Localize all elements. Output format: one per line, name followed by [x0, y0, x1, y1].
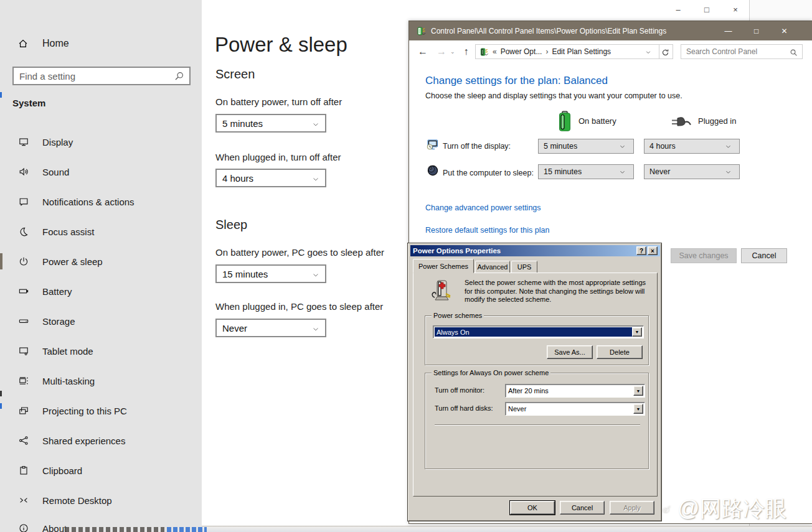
sleep-on-battery-dropdown-cp[interactable]: 15 minutes [538, 164, 634, 179]
dialog-cancel-button[interactable]: Cancel [560, 501, 605, 515]
chevron-down-icon [312, 119, 319, 127]
screen-edge-artifact [0, 92, 2, 98]
cancel-button[interactable]: Cancel [741, 248, 787, 263]
sidebar-item-home[interactable]: Home [0, 32, 202, 55]
screen-plugged-in-dropdown[interactable]: 4 hours [215, 169, 326, 187]
sidebar-item-tablet-mode[interactable]: Tablet mode [0, 342, 202, 360]
sidebar-item-notifications[interactable]: Notifications & actions [0, 192, 202, 211]
ok-button[interactable]: OK [510, 501, 555, 515]
restore-default-settings-link[interactable]: Restore default settings for this plan [425, 226, 549, 235]
power-scheme-combobox[interactable]: Always On ▼ [433, 325, 644, 338]
back-button[interactable]: ← [418, 46, 428, 57]
notifications-icon [19, 197, 29, 207]
taskbar-edge [202, 526, 812, 532]
chevron-down-icon [312, 270, 319, 278]
power-schemes-legend: Power schemes [432, 312, 484, 319]
find-a-setting-input[interactable]: Find a setting [12, 67, 191, 85]
dialog-help-button[interactable]: ? [636, 246, 646, 255]
settings-minimize-button[interactable]: – [664, 0, 692, 19]
screen-edge-artifact [0, 403, 2, 409]
sidebar-item-display[interactable]: Display [0, 133, 202, 151]
home-icon [18, 39, 28, 49]
power-options-app-icon [416, 26, 426, 36]
tab-ups[interactable]: UPS [511, 261, 537, 273]
settings-maximize-button[interactable]: □ [692, 0, 721, 19]
clipboard-icon [19, 465, 29, 475]
sleep-plugged-in-dropdown-cp[interactable]: Never [644, 164, 740, 179]
tab-power-schemes[interactable]: Power Schemes [413, 259, 474, 273]
dialog-description: Select the power scheme with the most ap… [465, 279, 646, 304]
breadcrumb-overflow[interactable]: « [493, 47, 497, 56]
chevron-down-icon [312, 324, 319, 332]
sleep-plugged-in-dropdown[interactable]: Never [215, 319, 326, 337]
dialog-titlebar[interactable]: Power Options Properties [410, 245, 660, 256]
refresh-button[interactable] [659, 44, 673, 59]
sidebar-section-system: System [12, 98, 45, 108]
power-options-address-icon [479, 47, 489, 57]
cp-minimize-button[interactable]: — [714, 21, 742, 40]
row-label-turn-off-display: Turn off the display: [443, 142, 511, 151]
turn-off-monitor-combobox[interactable]: After 20 mins ▼ [505, 384, 645, 398]
dialog-close-button[interactable]: × [648, 246, 658, 255]
breadcrumb-edit-plan-settings[interactable]: Edit Plan Settings [552, 47, 611, 56]
sidebar-item-remote-desktop[interactable]: Remote Desktop [0, 491, 202, 510]
desktop: Settings – □ × Home Find a setting Syste… [0, 0, 812, 532]
sound-icon [19, 167, 29, 177]
row-label-computer-sleep: Put the computer to sleep: [443, 169, 534, 177]
sidebar-item-projecting[interactable]: Projecting to this PC [0, 401, 202, 420]
address-bar[interactable]: « Power Opt... › Edit Plan Settings [475, 44, 659, 59]
battery-icon [19, 286, 29, 296]
sidebar-item-shared-experiences[interactable]: Shared experiences [0, 431, 202, 450]
settings-caption-buttons: – □ × [664, 0, 750, 19]
sidebar-item-battery[interactable]: Battery [0, 282, 202, 301]
group-separator [435, 424, 640, 425]
power-classic-icon [430, 278, 452, 303]
delete-button[interactable]: Delete [597, 345, 643, 359]
sleep-on-battery-dropdown[interactable]: 15 minutes [215, 264, 326, 283]
combo-dropdown-arrow-icon[interactable]: ▼ [632, 327, 642, 337]
power-sleep-icon [19, 256, 29, 266]
search-icon[interactable] [174, 71, 184, 81]
settings-sidebar: Home Find a setting System Display Sound… [0, 0, 202, 532]
cp-window-title: Control Panel\All Control Panel Items\Po… [431, 27, 666, 35]
section-heading-sleep: Sleep [215, 218, 247, 232]
plug-icon [671, 114, 692, 129]
shared-experiences-icon [19, 436, 29, 446]
search-icon [790, 48, 798, 56]
settings-close-button[interactable]: × [721, 0, 750, 19]
turn-off-hard-disks-combobox[interactable]: Never ▼ [505, 402, 645, 416]
nav-history-chevron-icon[interactable]: ⌄ [450, 49, 455, 55]
sidebar-item-sound[interactable]: Sound [0, 162, 202, 181]
cp-maximize-button[interactable]: □ [742, 21, 770, 40]
tab-advanced[interactable]: Advanced [475, 261, 510, 273]
sidebar-item-storage[interactable]: Storage [0, 312, 202, 330]
change-advanced-power-settings-link[interactable]: Change advanced power settings [425, 203, 541, 212]
address-dropdown-chevron-icon[interactable] [645, 49, 655, 55]
combo-dropdown-arrow-icon[interactable]: ▼ [633, 386, 643, 396]
page-title: Power & sleep [215, 33, 347, 57]
column-header-plugged-in: Plugged in [698, 116, 736, 126]
sidebar-item-power-sleep[interactable]: Power & sleep [0, 252, 202, 271]
sidebar-item-focus-assist[interactable]: Focus assist [0, 222, 202, 241]
field-label: On battery power, turn off after [215, 96, 342, 107]
green-battery-icon [558, 111, 572, 132]
remote-desktop-icon [19, 495, 29, 505]
power-schemes-tab-page: Select the power scheme with the most ap… [413, 273, 658, 497]
apply-button[interactable]: Apply [610, 501, 654, 515]
forward-button[interactable]: → [437, 46, 446, 57]
save-changes-button[interactable]: Save changes [671, 248, 737, 263]
display-on-battery-dropdown[interactable]: 5 minutes [538, 139, 634, 154]
field-label: When plugged in, PC goes to sleep after [215, 301, 383, 312]
sidebar-item-clipboard[interactable]: Clipboard [0, 461, 202, 480]
screen-on-battery-dropdown[interactable]: 5 minutes [215, 114, 326, 133]
sidebar-item-multitasking[interactable]: Multi-tasking [0, 371, 202, 390]
up-button[interactable]: ↑ [464, 46, 469, 57]
combo-dropdown-arrow-icon[interactable]: ▼ [633, 404, 643, 414]
chevron-down-icon [725, 169, 735, 175]
save-as-button[interactable]: Save As... [547, 345, 593, 359]
cp-search-box[interactable]: Search Control Panel [681, 44, 803, 59]
breadcrumb-power-options[interactable]: Power Opt... [501, 47, 542, 56]
display-plugged-in-dropdown[interactable]: 4 hours [644, 139, 740, 154]
cp-close-button[interactable]: ✕ [770, 21, 798, 40]
tablet-mode-icon [19, 346, 29, 356]
